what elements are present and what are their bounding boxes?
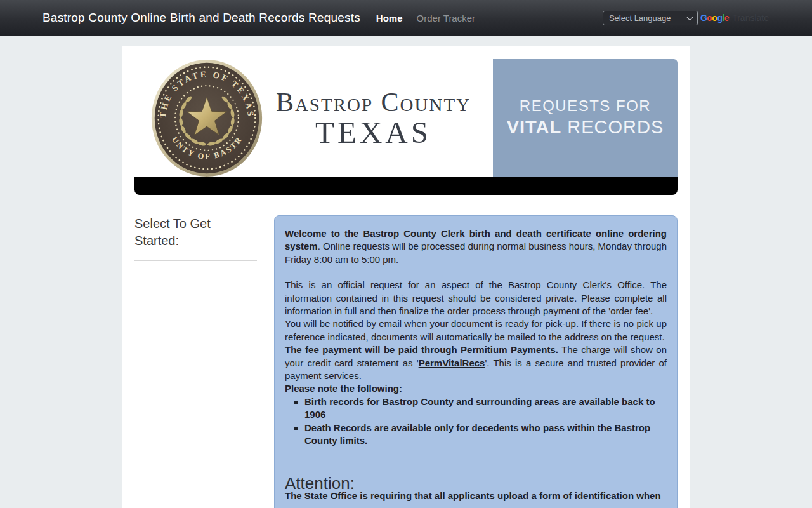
google-translate-widget: Select Language Google Translate — [603, 11, 769, 25]
welcome-info-panel: Welcome to the Bastrop County Clerk birt… — [274, 215, 678, 508]
site-title: Bastrop County Online Birth and Death Re… — [43, 11, 360, 25]
notes-list: Birth records for Bastrop County and sur… — [285, 396, 667, 448]
list-item-birth-records: Birth records for Bastrop County and sur… — [304, 396, 667, 422]
top-navbar: Bastrop County Online Birth and Death Re… — [0, 0, 812, 36]
spacer — [285, 266, 667, 279]
vital-records-line2-bold: VITAL — [507, 117, 562, 137]
language-select[interactable]: Select Language — [603, 11, 698, 25]
banner-title-line1: Bastrop County — [263, 89, 483, 116]
nav-item-home[interactable]: Home — [376, 13, 403, 23]
banner-left-section: THE STATE OF TEXAS COUNTY OF BASTROP — [134, 59, 493, 177]
vital-records-line2: VITAL RECORDS — [507, 116, 664, 138]
translate-link[interactable]: Translate — [732, 13, 769, 23]
email-notify-paragraph: You will be notified by email when your … — [285, 318, 667, 344]
google-logo: Google — [700, 13, 729, 23]
page-content-column: THE STATE OF TEXAS COUNTY OF BASTROP — [122, 46, 690, 508]
banner-county-title: Bastrop County TEXAS — [263, 89, 493, 148]
fee-payment-bold: The fee payment will be paid through Per… — [285, 344, 558, 355]
fee-payment-paragraph: The fee payment will be paid through Per… — [285, 344, 667, 382]
welcome-paragraph: Welcome to the Bastrop County Clerk birt… — [285, 227, 667, 266]
banner-title-line2: TEXAS — [263, 117, 483, 148]
vital-records-line2-rest: RECORDS — [561, 117, 664, 137]
please-note-heading: Please note the following: — [285, 382, 667, 395]
attention-heading: Attention: — [285, 477, 667, 490]
header-banner: THE STATE OF TEXAS COUNTY OF BASTROP — [134, 59, 678, 177]
perm-vital-recs-text: PermVitalRecs — [419, 358, 485, 368]
nav-links: Home Order Tracker — [376, 13, 475, 23]
sidebar: Select To Get Started: — [134, 215, 257, 508]
vital-records-panel: REQUESTS FOR VITAL RECORDS — [493, 59, 678, 177]
bastrop-county-seal-image: THE STATE OF TEXAS COUNTY OF BASTROP — [150, 59, 263, 177]
vital-records-line1: REQUESTS FOR — [520, 97, 651, 116]
nav-item-order-tracker[interactable]: Order Tracker — [417, 13, 476, 23]
official-request-paragraph: This is an official request for an aspec… — [285, 279, 667, 318]
sidebar-heading: Select To Get Started: — [134, 215, 257, 250]
attention-text: The State Office is requiring that all a… — [285, 490, 667, 502]
content-row: Select To Get Started: Welcome to the Ba… — [134, 215, 678, 508]
banner-bottom-bar — [134, 177, 678, 195]
sidebar-divider — [134, 260, 257, 261]
list-item-death-records: Death Records are available only for dec… — [304, 422, 667, 448]
